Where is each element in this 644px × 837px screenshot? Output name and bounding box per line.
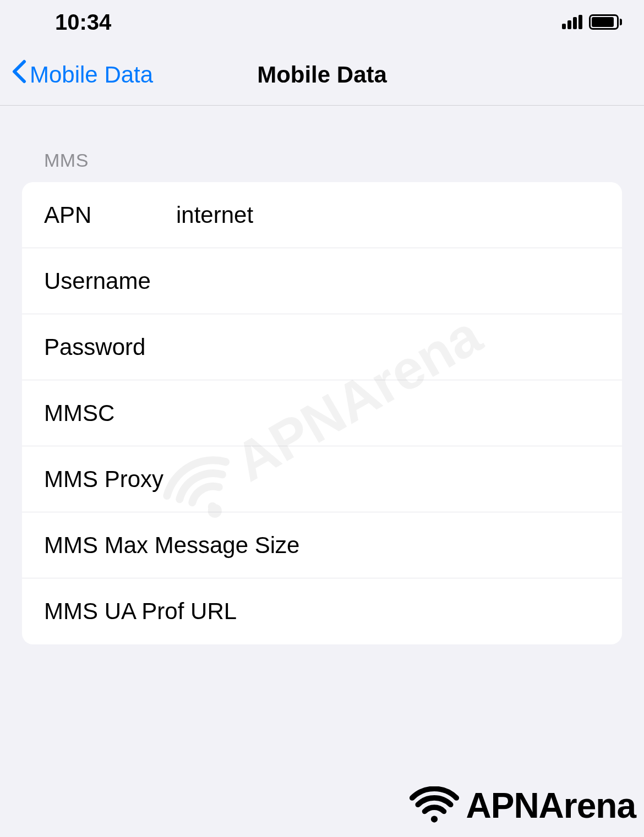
mms-proxy-row[interactable]: MMS Proxy [22,446,622,512]
username-label: Username [44,268,176,294]
status-icons [562,14,622,30]
mmsc-field[interactable] [176,400,600,426]
chevron-left-icon [11,59,26,90]
apn-row[interactable]: APN [22,182,622,248]
apn-label: APN [44,202,176,228]
svg-point-1 [431,816,438,822]
mmsc-row[interactable]: MMSC [22,380,622,446]
mms-max-size-field[interactable] [299,532,600,559]
footer-logo: APNArena [410,785,636,826]
battery-icon [589,14,622,30]
password-label: Password [44,334,176,360]
mms-ua-prof-row[interactable]: MMS UA Prof URL [22,578,622,644]
mms-ua-prof-field[interactable] [237,598,600,625]
cellular-signal-icon [562,15,582,29]
status-time: 10:34 [55,10,111,35]
mms-proxy-label: MMS Proxy [44,466,163,493]
mms-ua-prof-label: MMS UA Prof URL [44,598,237,625]
mms-proxy-field[interactable] [163,466,600,493]
mms-max-size-row[interactable]: MMS Max Message Size [22,512,622,578]
password-field[interactable] [176,334,600,360]
password-row[interactable]: Password [22,314,622,380]
mmsc-label: MMSC [44,400,176,426]
navigation-bar: Mobile Data Mobile Data [0,44,644,106]
content: MMS APN Username Password MMSC MMS Proxy… [0,106,644,644]
username-field[interactable] [176,268,600,294]
back-label: Mobile Data [30,62,153,88]
page-title: Mobile Data [257,62,387,88]
status-bar: 10:34 [0,0,644,44]
wifi-icon [410,786,459,825]
mms-max-size-label: MMS Max Message Size [44,532,299,559]
section-header: MMS [22,150,622,182]
back-button[interactable]: Mobile Data [0,59,153,90]
username-row[interactable]: Username [22,248,622,314]
settings-group: APN Username Password MMSC MMS Proxy MMS… [22,182,622,644]
apn-field[interactable] [176,202,600,228]
